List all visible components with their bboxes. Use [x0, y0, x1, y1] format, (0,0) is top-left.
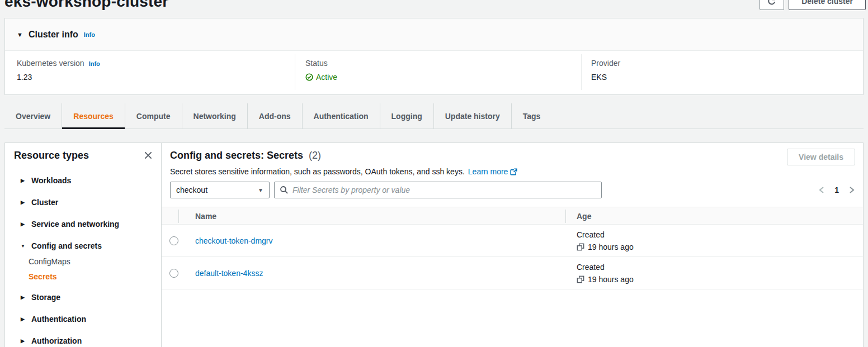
provider-label: Provider: [591, 59, 620, 68]
resources-panel: Resource types ▶ Workloads ▶ Cluster ▶ S…: [4, 142, 864, 347]
provider-value: EKS: [591, 73, 620, 82]
tab-networking[interactable]: Networking: [182, 103, 247, 129]
refresh-icon: [767, 0, 776, 6]
sidebar-item-config-and-secrets[interactable]: ▼ Config and secrets: [21, 241, 102, 250]
age-value: 19 hours ago: [588, 275, 634, 284]
resource-types-sidebar: Resource types ▶ Workloads ▶ Cluster ▶ S…: [5, 143, 162, 347]
copy-icon[interactable]: [577, 243, 584, 251]
sidebar-item-secrets[interactable]: Secrets: [29, 272, 57, 281]
chevron-right-icon: ▶: [21, 338, 26, 344]
field-divider: [581, 54, 582, 90]
kubernetes-version-info-link[interactable]: Info: [89, 60, 100, 67]
column-header-age[interactable]: Age: [577, 212, 591, 221]
external-link-icon: [510, 168, 517, 177]
column-divider: [565, 210, 566, 223]
kubernetes-version-label: Kubernetes versionInfo: [17, 59, 100, 68]
status-label: Status: [305, 59, 337, 68]
sidebar-item-service-and-networking[interactable]: ▶ Service and networking: [21, 220, 119, 229]
collapse-caret-icon: ▼: [17, 31, 23, 38]
provider-field: Provider EKS: [591, 59, 620, 82]
tab-logging[interactable]: Logging: [380, 103, 433, 129]
sidebar-item-storage[interactable]: ▶ Storage: [21, 293, 60, 302]
resource-types-title: Resource types: [14, 150, 89, 161]
kubernetes-version-value: 1.23: [17, 73, 100, 82]
search-icon: [280, 186, 289, 194]
cluster-tabs: Overview Resources Compute Networking Ad…: [4, 103, 864, 129]
sidebar-item-authentication[interactable]: ▶ Authentication: [21, 315, 86, 324]
learn-more-link[interactable]: Learn more: [468, 167, 518, 176]
sidebar-item-configmaps[interactable]: ConfigMaps: [29, 257, 70, 266]
dropdown-caret-icon: ▼: [258, 187, 263, 193]
chevron-right-icon: ▶: [21, 199, 26, 205]
page-title: eks-workshop-cluster: [4, 0, 168, 11]
copy-icon[interactable]: [577, 275, 584, 283]
table-row: default-token-4kssz Created 19 hours ago: [162, 257, 863, 289]
secret-name-link[interactable]: default-token-4kssz: [195, 269, 263, 278]
refresh-button[interactable]: [760, 0, 784, 10]
secrets-search: [274, 182, 602, 198]
table-header: Name Age: [162, 207, 863, 225]
chevron-down-icon: ▼: [21, 244, 26, 249]
pagination: 1: [818, 182, 855, 198]
close-icon[interactable]: [143, 150, 153, 160]
filter-dropdown-value: checkout: [176, 186, 258, 194]
secret-name-link[interactable]: checkout-token-dmgrv: [195, 236, 273, 245]
search-input[interactable]: [293, 186, 596, 194]
sidebar-item-workloads[interactable]: ▶ Workloads: [21, 176, 71, 185]
view-details-button[interactable]: View details: [787, 149, 855, 165]
created-label: Created: [577, 230, 634, 239]
field-divider: [295, 54, 295, 90]
chevron-right-icon: ▶: [21, 316, 26, 322]
chevron-right-icon: ▶: [21, 221, 26, 227]
cluster-info-info-link[interactable]: Info: [84, 31, 95, 38]
tab-overview[interactable]: Overview: [4, 103, 62, 129]
cluster-info-header[interactable]: ▼ Cluster info Info: [5, 18, 863, 51]
sidebar-item-authorization[interactable]: ▶ Authorization: [21, 336, 82, 345]
current-page-number[interactable]: 1: [834, 186, 839, 194]
chevron-right-icon: ▶: [21, 178, 26, 183]
delete-cluster-button[interactable]: Delete cluster: [789, 0, 866, 10]
eks-console-screen: eks-workshop-cluster Delete cluster ▼ Cl…: [0, 0, 868, 347]
tab-authentication[interactable]: Authentication: [302, 103, 380, 129]
secrets-section-title: Config and secrets: Secrets: [170, 150, 303, 161]
status-field: Status Active: [305, 59, 337, 82]
cluster-info-title: Cluster info: [29, 30, 78, 40]
status-check-icon: [305, 73, 313, 81]
tab-tags[interactable]: Tags: [511, 103, 552, 129]
page-previous-icon[interactable]: [818, 186, 825, 194]
age-cell: Created 19 hours ago: [577, 263, 634, 284]
sidebar-item-cluster[interactable]: ▶ Cluster: [21, 198, 58, 207]
status-value: Active: [316, 73, 337, 82]
tab-update-history[interactable]: Update history: [433, 103, 511, 129]
secrets-main-panel: Config and secrets: Secrets (2) View det…: [162, 143, 863, 347]
tab-add-ons[interactable]: Add-ons: [247, 103, 302, 129]
kubernetes-version-field: Kubernetes versionInfo 1.23: [17, 59, 100, 82]
age-value: 19 hours ago: [588, 243, 634, 251]
tab-resources[interactable]: Resources: [62, 103, 125, 129]
age-cell: Created 19 hours ago: [577, 230, 634, 251]
row-select-radio[interactable]: [169, 236, 178, 245]
secrets-count: (2): [309, 150, 321, 161]
chevron-right-icon: ▶: [21, 294, 26, 300]
secrets-description: Secret stores sensitive information, suc…: [170, 167, 517, 177]
created-label: Created: [577, 263, 634, 272]
tab-compute[interactable]: Compute: [125, 103, 182, 129]
table-row: checkout-token-dmgrv Created 19 hours ag…: [162, 225, 863, 257]
page-next-icon[interactable]: [848, 186, 855, 194]
cluster-info-card: ▼ Cluster info Info Kubernetes versionIn…: [4, 18, 864, 95]
cluster-info-fields: Kubernetes versionInfo 1.23 Status Activ…: [5, 51, 863, 95]
filter-dropdown[interactable]: checkout ▼: [170, 182, 270, 198]
column-divider: [178, 210, 179, 223]
row-select-radio[interactable]: [169, 269, 178, 278]
column-header-name[interactable]: Name: [195, 212, 216, 221]
page-actions: Delete cluster: [760, 0, 866, 10]
